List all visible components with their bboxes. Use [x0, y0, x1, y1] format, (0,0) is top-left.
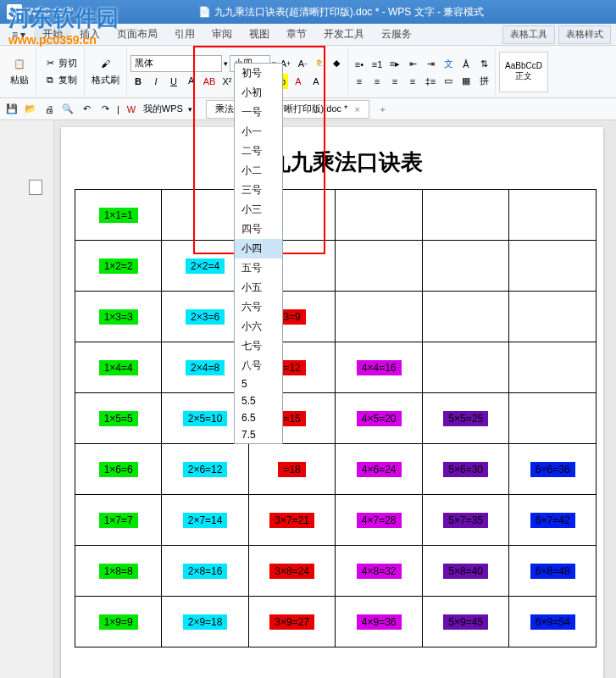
menu-开发工具[interactable]: 开发工具 — [315, 24, 373, 45]
line-spacing-button[interactable]: ‡≡ — [423, 74, 438, 89]
table-cell[interactable]: 1×4=4 — [75, 342, 162, 393]
clear-format-button[interactable]: ◆ — [329, 56, 344, 71]
size-option[interactable]: 一号 — [235, 103, 282, 122]
table-cell[interactable] — [509, 292, 597, 342]
change-case-button[interactable]: ⅊ — [312, 56, 327, 71]
sort-button[interactable]: ⇅ — [476, 57, 491, 72]
table-cell[interactable]: 4×8=32 — [336, 546, 423, 597]
strike-button[interactable]: A̶ — [184, 74, 199, 89]
size-option[interactable]: 小三 — [235, 200, 282, 220]
size-option[interactable]: 三号 — [235, 181, 282, 200]
menu-引用[interactable]: 引用 — [166, 24, 203, 45]
table-cell[interactable]: 3×7=21 — [248, 495, 336, 546]
undo-icon[interactable]: ↶ — [80, 103, 93, 116]
borders-button[interactable]: ▦ — [458, 74, 474, 89]
table-cell[interactable]: 2×6=12 — [162, 444, 249, 495]
font-color-button[interactable]: A — [291, 74, 306, 89]
menu-章节[interactable]: 章节 — [278, 24, 315, 45]
table-cell[interactable]: 4×4=16 — [336, 342, 423, 393]
size-option[interactable]: 6.5 — [235, 409, 282, 426]
table-cell[interactable]: 6×6=36 — [509, 444, 597, 495]
table-cell[interactable] — [336, 241, 423, 292]
table-cell[interactable]: 6×8=48 — [509, 546, 597, 597]
size-option[interactable]: 七号 — [235, 336, 282, 356]
table-cell[interactable]: 4×9=36 — [336, 597, 423, 647]
decrease-indent-button[interactable]: ⇤ — [405, 57, 420, 72]
print-icon[interactable]: 🖨 — [42, 103, 56, 116]
size-option[interactable]: 四号 — [235, 220, 282, 239]
table-cell[interactable]: =18 — [248, 444, 336, 495]
size-option[interactable]: 小二 — [235, 161, 282, 181]
superscript-button[interactable]: X² — [219, 74, 235, 89]
table-cell[interactable]: 4×5=20 — [336, 393, 423, 444]
open-icon[interactable]: 📂 — [24, 103, 37, 116]
wps-logo-icon[interactable]: W — [125, 103, 138, 116]
menu-开始[interactable]: 开始 — [34, 24, 71, 45]
menu-云服务[interactable]: 云服务 — [373, 24, 420, 45]
shrink-font-button[interactable]: A- — [295, 56, 310, 71]
font-dropdown-icon[interactable]: ▾ — [224, 59, 228, 68]
table-cell[interactable] — [336, 292, 423, 342]
document-tab[interactable]: 乘法口诀表(超清晰打印版).doc * × — [206, 100, 369, 119]
numbering-button[interactable]: ≡1 — [369, 57, 385, 72]
size-option[interactable]: 小初 — [235, 83, 282, 103]
table-cell[interactable]: 3×9=27 — [248, 597, 336, 647]
paste-button[interactable]: 📋 — [9, 55, 30, 72]
size-option[interactable]: 六号 — [235, 297, 282, 317]
italic-button[interactable]: I — [148, 74, 164, 89]
tool-tab-表格工具[interactable]: 表格工具 — [502, 25, 555, 44]
table-cell[interactable] — [509, 190, 597, 241]
align-justify-button[interactable]: ≡ — [405, 74, 420, 89]
font-name-select[interactable] — [130, 55, 222, 72]
table-cell[interactable]: 4×6=24 — [336, 444, 423, 495]
increase-indent-button[interactable]: ⇥ — [423, 57, 438, 72]
size-option[interactable]: 5 — [235, 375, 282, 392]
table-cell[interactable] — [422, 292, 509, 342]
shading-button[interactable]: ▭ — [441, 74, 456, 89]
menu-file-dropdown[interactable]: ≡ ▾ — [3, 24, 34, 45]
close-tab-icon[interactable]: × — [354, 104, 359, 114]
table-cell[interactable] — [422, 342, 509, 393]
size-option[interactable]: 5.5 — [235, 392, 282, 409]
table-cell[interactable]: 6×9=54 — [509, 597, 597, 647]
table-cell[interactable]: 1×9=9 — [75, 597, 162, 647]
table-cell[interactable]: 1×1=1 — [75, 190, 162, 241]
table-cell[interactable]: 5×7=35 — [422, 495, 509, 546]
table-cell[interactable]: 4×7=28 — [336, 495, 423, 546]
table-cell[interactable]: 1×3=3 — [75, 292, 162, 342]
bold-button[interactable]: B — [130, 74, 146, 89]
table-cell[interactable] — [336, 190, 423, 241]
bullets-button[interactable]: ≡• — [352, 57, 367, 72]
page-thumbnail-icon[interactable] — [29, 180, 42, 195]
text-direction-button[interactable]: 文 — [441, 57, 456, 72]
size-option[interactable]: 小六 — [235, 317, 282, 336]
table-cell[interactable] — [422, 241, 509, 292]
table-cell[interactable]: 5×5=25 — [422, 393, 509, 444]
document-page[interactable]: 九九乘法口诀表 1×1=11×2=22×2=41×3=32×3=63=91×4=… — [61, 127, 603, 678]
size-option[interactable]: 五号 — [235, 258, 282, 278]
size-option[interactable]: 7.5 — [235, 426, 282, 443]
copy-button[interactable]: ⧉复制 — [40, 72, 80, 89]
table-cell[interactable]: 2×7=14 — [162, 495, 249, 546]
my-wps-button[interactable]: 我的WPS — [143, 103, 183, 115]
cut-button[interactable]: ✂剪切 — [40, 55, 80, 72]
qat-dropdown-icon[interactable]: ▾ — [188, 105, 192, 114]
font-size-dropdown[interactable]: 初号小初一号小一二号小二三号小三四号小四五号小五六号小六七号八号55.56.57… — [234, 63, 283, 444]
size-option[interactable]: 小五 — [235, 278, 282, 297]
size-option[interactable]: 初号 — [235, 64, 282, 83]
table-cell[interactable]: 1×5=5 — [75, 393, 162, 444]
redo-icon[interactable]: ↷ — [98, 103, 112, 116]
table-cell[interactable]: 2×9=18 — [162, 597, 249, 647]
size-option[interactable]: 二号 — [235, 142, 282, 161]
style-normal[interactable]: AaBbCcD 正文 — [499, 52, 548, 92]
table-cell[interactable] — [509, 241, 597, 292]
size-option[interactable]: 八号 — [235, 356, 282, 375]
menu-页面布局[interactable]: 页面布局 — [108, 24, 166, 45]
print-preview-icon[interactable]: 🔍 — [61, 103, 75, 116]
table-cell[interactable]: 5×9=45 — [422, 597, 509, 647]
table-cell[interactable]: 5×8=40 — [422, 546, 509, 597]
multilevel-button[interactable]: ≡▸ — [387, 57, 402, 72]
new-tab-button[interactable]: + — [375, 101, 391, 118]
menu-审阅[interactable]: 审阅 — [203, 24, 241, 45]
size-option[interactable]: 小一 — [235, 122, 282, 142]
